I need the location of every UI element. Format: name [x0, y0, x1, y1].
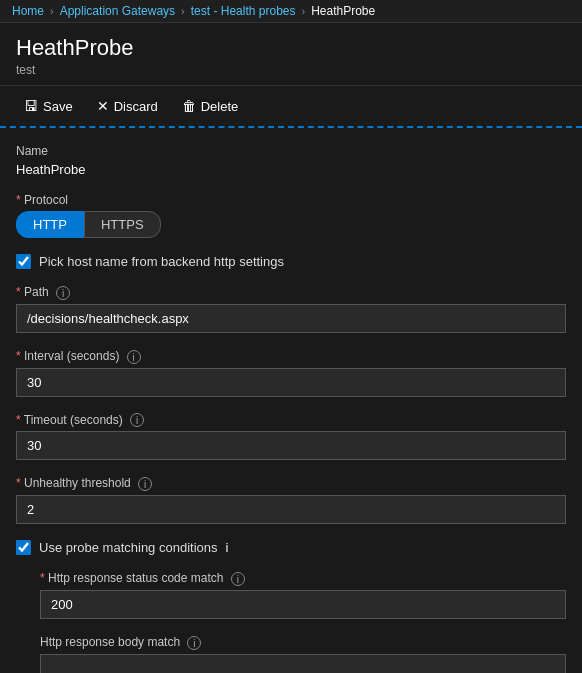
unhealthy-input[interactable]: [16, 495, 566, 524]
form-area: Name HeathProbe Protocol HTTP HTTPS Pick…: [0, 128, 582, 673]
protocol-https-button[interactable]: HTTPS: [84, 211, 161, 238]
discard-button[interactable]: ✕ Discard: [89, 94, 166, 118]
http-status-info-icon[interactable]: i: [231, 572, 245, 586]
http-status-field-group: Http response status code match i: [40, 571, 566, 619]
use-probe-info-icon[interactable]: i: [226, 540, 229, 555]
pick-host-label: Pick host name from backend http setting…: [39, 254, 284, 269]
http-body-input[interactable]: [40, 654, 566, 673]
save-label: Save: [43, 99, 73, 114]
breadcrumb-home[interactable]: Home: [12, 4, 44, 18]
breadcrumb-app-gateways[interactable]: Application Gateways: [60, 4, 175, 18]
breadcrumb-current: HeathProbe: [311, 4, 375, 18]
delete-label: Delete: [201, 99, 239, 114]
interval-label: Interval (seconds) i: [16, 349, 566, 364]
save-button[interactable]: 🖫 Save: [16, 94, 81, 118]
interval-info-icon[interactable]: i: [127, 350, 141, 364]
timeout-field-group: Timeout (seconds) i: [16, 413, 566, 461]
interval-field-group: Interval (seconds) i: [16, 349, 566, 397]
interval-input[interactable]: [16, 368, 566, 397]
protocol-http-button[interactable]: HTTP: [16, 211, 84, 238]
discard-label: Discard: [114, 99, 158, 114]
path-label: Path i: [16, 285, 566, 300]
pick-host-group: Pick host name from backend http setting…: [16, 254, 566, 269]
delete-icon: 🗑: [182, 98, 196, 114]
page-header: HeathProbe test: [0, 23, 582, 86]
path-input[interactable]: [16, 304, 566, 333]
http-status-input[interactable]: [40, 590, 566, 619]
protocol-group: Protocol HTTP HTTPS: [16, 193, 566, 238]
unhealthy-label: Unhealthy threshold i: [16, 476, 566, 491]
timeout-input[interactable]: [16, 431, 566, 460]
name-label: Name: [16, 144, 566, 158]
toolbar: 🖫 Save ✕ Discard 🗑 Delete: [0, 86, 582, 128]
delete-button[interactable]: 🗑 Delete: [174, 94, 247, 118]
name-field-group: Name HeathProbe: [16, 144, 566, 177]
probe-matching-section: Http response status code match i Http r…: [16, 571, 566, 673]
path-field-group: Path i: [16, 285, 566, 333]
use-probe-group: Use probe matching conditions i: [16, 540, 566, 555]
http-body-field-group: Http response body match i: [40, 635, 566, 673]
breadcrumb-sep-3: ›: [301, 5, 305, 17]
http-body-info-icon[interactable]: i: [187, 636, 201, 650]
name-value: HeathProbe: [16, 162, 566, 177]
http-body-label: Http response body match i: [40, 635, 566, 650]
timeout-info-icon[interactable]: i: [130, 413, 144, 427]
pick-host-checkbox[interactable]: [16, 254, 31, 269]
breadcrumb-health-probes[interactable]: test - Health probes: [191, 4, 296, 18]
use-probe-label: Use probe matching conditions: [39, 540, 218, 555]
path-info-icon[interactable]: i: [56, 286, 70, 300]
timeout-label: Timeout (seconds) i: [16, 413, 566, 428]
breadcrumb: Home › Application Gateways › test - Hea…: [0, 0, 582, 23]
use-probe-checkbox[interactable]: [16, 540, 31, 555]
page-subtitle: test: [16, 63, 566, 77]
page-title: HeathProbe: [16, 35, 566, 61]
breadcrumb-sep-1: ›: [50, 5, 54, 17]
discard-icon: ✕: [97, 98, 109, 114]
protocol-toggle: HTTP HTTPS: [16, 211, 566, 238]
unhealthy-info-icon[interactable]: i: [138, 477, 152, 491]
unhealthy-field-group: Unhealthy threshold i: [16, 476, 566, 524]
http-status-label: Http response status code match i: [40, 571, 566, 586]
breadcrumb-sep-2: ›: [181, 5, 185, 17]
protocol-label: Protocol: [16, 193, 566, 207]
save-icon: 🖫: [24, 98, 38, 114]
